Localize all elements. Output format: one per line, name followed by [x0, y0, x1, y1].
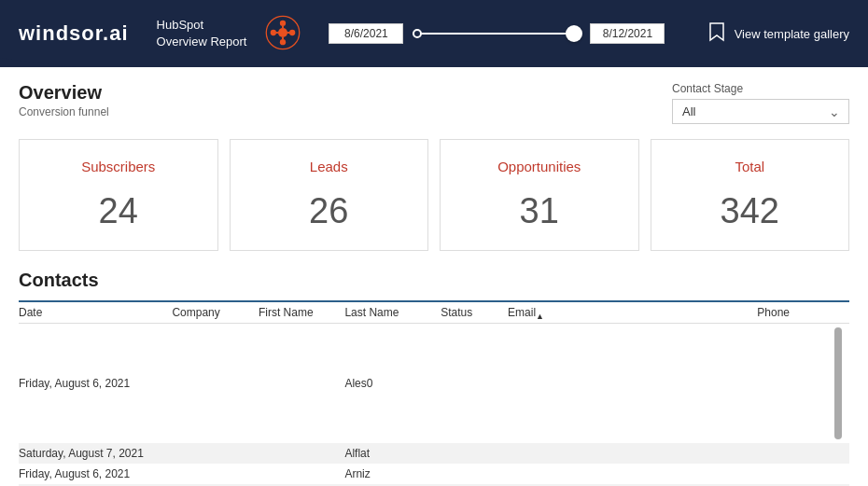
cell-status: [441, 464, 508, 484]
svg-point-1: [280, 20, 286, 25]
col-company: Company: [172, 302, 258, 324]
metric-label-opportunities: Opportunities: [455, 159, 624, 174]
cell-company: [172, 443, 258, 464]
view-template-button[interactable]: View template gallery: [735, 27, 849, 41]
metric-card-leads: Leads 26: [230, 139, 429, 251]
header: windsor.ai HubSpot Overview Report: [0, 0, 868, 67]
metric-value-leads: 26: [245, 191, 414, 231]
contacts-table-container: Date Company First Name Last Name Status…: [19, 300, 849, 486]
col-status: Status: [441, 302, 508, 324]
scrollbar-cell: [834, 443, 850, 464]
scrollbar-cell: [834, 464, 850, 484]
cell-date: Saturday, August 7, 2021: [19, 443, 172, 464]
cell-first: [259, 324, 344, 444]
metric-card-opportunities: Opportunities 31: [440, 139, 639, 251]
cell-status: [441, 443, 508, 464]
table-row: Friday, August 6, 2021Ales0: [19, 324, 849, 444]
cell-phone: [757, 324, 833, 444]
overview-left: Overview Conversion funnel: [19, 82, 109, 118]
hubspot-icon: [265, 15, 301, 53]
title-line1: HubSpot: [157, 17, 247, 34]
metric-card-subscribers: Subscribers 24: [19, 139, 218, 251]
logo: windsor.ai: [19, 21, 129, 46]
svg-point-3: [271, 29, 276, 35]
metric-value-opportunities: 31: [455, 191, 624, 231]
contact-stage-label: Contact Stage: [672, 82, 849, 95]
col-first: First Name: [259, 302, 344, 324]
cell-status: [441, 324, 508, 444]
report-title: HubSpot Overview Report: [157, 17, 247, 50]
cell-phone: [757, 443, 833, 464]
cell-company: [172, 464, 258, 484]
cell-last: Alflat: [344, 443, 441, 464]
table-row: Saturday, August 7, 2021Alflat: [19, 443, 849, 464]
svg-point-4: [289, 29, 295, 35]
overview-section: Overview Conversion funnel Contact Stage…: [19, 82, 849, 124]
contact-stage-wrapper[interactable]: All Subscriber Lead Opportunity Customer: [672, 99, 849, 124]
overview-title: Overview: [19, 82, 109, 104]
contacts-table: Date Company First Name Last Name Status…: [19, 302, 849, 486]
cell-date: Friday, August 6, 2021: [19, 324, 172, 444]
col-last: Last Name: [344, 302, 441, 324]
contact-stage-section: Contact Stage All Subscriber Lead Opport…: [672, 82, 849, 124]
cell-email: [508, 443, 757, 464]
bookmark-icon[interactable]: [708, 21, 725, 47]
metric-label-subscribers: Subscribers: [34, 159, 203, 174]
sort-arrow-up: ▲: [536, 312, 544, 321]
contact-stage-select[interactable]: All Subscriber Lead Opportunity Customer: [672, 99, 849, 124]
col-phone: Phone: [757, 302, 833, 324]
cell-email: [508, 464, 757, 484]
cell-company: [172, 324, 258, 444]
date-slider[interactable]: [403, 33, 590, 35]
metric-value-subscribers: 24: [34, 191, 203, 231]
cell-first: [259, 464, 344, 484]
scrollbar-cell: [834, 324, 850, 444]
title-line2: Overview Report: [157, 34, 247, 50]
date-start-input[interactable]: [329, 23, 403, 44]
contacts-section: Contacts Date Company First Name Last Na…: [19, 270, 849, 486]
metrics-row: Subscribers 24 Leads 26 Opportunities 31…: [19, 139, 849, 251]
svg-point-2: [280, 38, 286, 44]
date-range[interactable]: [329, 23, 665, 44]
cell-first: [259, 443, 344, 464]
cell-last: Ales0: [344, 324, 441, 444]
table-row: Friday, August 6, 2021Arniz: [19, 464, 849, 484]
cell-email: [508, 324, 757, 444]
metric-value-total: 342: [665, 191, 835, 231]
cell-last: Arniz: [344, 464, 441, 484]
col-email[interactable]: Email ▲: [508, 302, 757, 324]
svg-point-5: [278, 27, 287, 36]
col-date: Date: [19, 302, 172, 324]
cell-date: Friday, August 6, 2021: [19, 464, 172, 484]
metric-label-total: Total: [665, 159, 835, 174]
overview-subtitle: Conversion funnel: [19, 105, 109, 118]
metric-card-total: Total 342: [651, 139, 850, 251]
metric-label-leads: Leads: [245, 159, 414, 174]
date-end-input[interactable]: [590, 23, 665, 44]
cell-phone: [757, 464, 833, 484]
main-content: Overview Conversion funnel Contact Stage…: [0, 67, 868, 486]
scrollbar-col: [834, 302, 850, 324]
contacts-title: Contacts: [19, 270, 849, 291]
